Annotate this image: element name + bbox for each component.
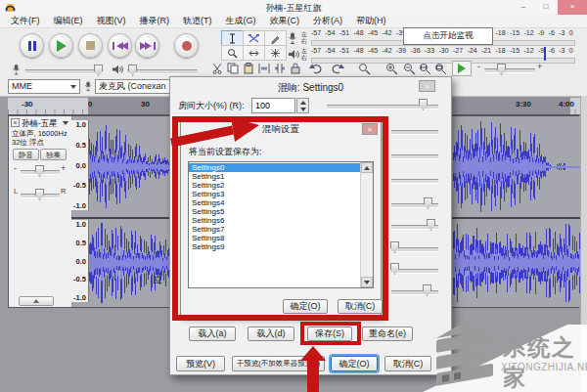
vertical-scale-ch1[interactable]: 1.00.50.0-0.5-1.0 — [71, 120, 89, 210]
menu-item[interactable]: 播录(R) — [133, 15, 177, 27]
track-close-button[interactable]: × — [11, 118, 20, 127]
multi-tool-button[interactable] — [264, 45, 287, 61]
input-device-value: 麦克风 (Conexan — [99, 81, 166, 91]
annotation-box-save — [300, 322, 361, 345]
load-d-button[interactable]: 载入(d) — [248, 327, 294, 341]
play-at-speed-icon — [458, 64, 466, 73]
db-tick-label: 0 — [569, 29, 573, 36]
gain-thumb[interactable] — [35, 165, 44, 177]
menu-item[interactable]: 编辑(E) — [47, 15, 90, 27]
track-menu-chevron-icon[interactable] — [63, 121, 68, 125]
copy-icon[interactable] — [227, 63, 239, 74]
cut-icon[interactable] — [211, 63, 223, 74]
spinner-down-icon — [300, 108, 306, 111]
scale-label: 1.0 — [76, 120, 86, 129]
db-tick-label: -30 — [439, 47, 449, 54]
zoom-in-icon[interactable] — [385, 63, 398, 75]
collapse-track-button[interactable] — [19, 296, 54, 306]
room-size-spinner[interactable] — [296, 98, 309, 113]
trim-icon[interactable] — [258, 63, 270, 74]
draw-tool-button[interactable] — [264, 30, 287, 46]
input-device-mic-icon — [84, 80, 93, 93]
db-tick-label: -54 — [326, 29, 336, 36]
ibeam-icon — [227, 33, 238, 44]
track-info-line2: 32位 浮点 — [12, 138, 44, 148]
sync-lock-icon[interactable] — [290, 63, 301, 74]
audacity-window: 孙楠-五星红旗 – □ × 文件(F)编辑(E)视图(V)播录(R)轨道(T)生… — [0, 0, 587, 392]
chevron-down-icon — [70, 85, 76, 89]
db-tick-label: -18 — [496, 47, 506, 54]
scale-label: 0.5 — [76, 239, 86, 247]
input-device-select[interactable]: 麦克风 (Conexan — [95, 79, 171, 94]
zoom-out-icon[interactable] — [403, 63, 416, 75]
vertical-scale-ch2[interactable]: 1.00.50.0-0.5-1.0 — [71, 220, 89, 302]
multi-tool-icon — [270, 48, 281, 59]
solo-button[interactable]: 独奏 — [40, 149, 67, 160]
timeshift-tool-button[interactable] — [243, 45, 265, 61]
skip-to-end-button[interactable] — [135, 33, 159, 58]
reverb-slider[interactable] — [391, 179, 438, 184]
reverb-slider[interactable] — [391, 154, 438, 159]
db-tick-label: -15 — [510, 29, 519, 36]
reverb-slider[interactable] — [391, 130, 438, 135]
record-meter-right-label: 右 — [301, 38, 307, 44]
redo-icon[interactable] — [331, 63, 344, 74]
skip-to-start-button[interactable] — [108, 33, 132, 58]
track-control-panel: × 孙楠-五星 立体声, 16000Hz 32位 浮点 静音 独奏 - + L … — [9, 116, 72, 307]
selection-tool-button[interactable] — [221, 30, 244, 46]
zoom-normal-icon[interactable] — [358, 63, 371, 75]
pan-thumb[interactable] — [35, 189, 44, 200]
mixer-speaker-icon — [112, 64, 123, 75]
pause-button[interactable] — [20, 33, 44, 58]
db-tick-label: -48 — [354, 29, 364, 36]
playback-meter-scale: -57-54-51-48-45-42-39-36-33-30-27-24-21-… — [311, 47, 573, 54]
audio-host-select[interactable]: MME — [8, 79, 80, 94]
mute-button[interactable]: 静音 — [13, 149, 39, 160]
menu-item[interactable]: 轨道(T) — [176, 15, 219, 27]
fit-project-icon[interactable] — [434, 63, 447, 75]
menu-item[interactable]: 帮助(H) — [349, 15, 393, 27]
minimize-button[interactable]: – — [513, 0, 534, 15]
db-tick-label: -6 — [549, 47, 555, 54]
play-at-speed-button[interactable] — [452, 61, 472, 76]
rename-button[interactable]: 重命名(e) — [362, 327, 413, 341]
db-tick-label: -42 — [383, 29, 392, 36]
record-volume-slider[interactable] — [25, 69, 98, 74]
preview-button[interactable]: 预览(V) — [176, 356, 225, 371]
record-button[interactable] — [174, 33, 199, 58]
menu-item[interactable]: 分析(A) — [306, 15, 349, 27]
ok-button[interactable]: 确定(O) — [331, 356, 378, 371]
close-button[interactable]: × — [558, 0, 587, 15]
speed-plus-label: + — [537, 62, 542, 71]
playback-volume-slider[interactable] — [127, 69, 198, 74]
paste-icon[interactable] — [243, 63, 254, 74]
pan-right-label: R — [61, 187, 66, 196]
window-title: 孙楠-五星红旗 — [0, 2, 587, 15]
envelope-tool-button[interactable] — [243, 30, 265, 46]
load-a-button[interactable]: 载入(a) — [189, 327, 236, 341]
playback-meter-speaker-icon[interactable] — [288, 49, 299, 60]
menu-item[interactable]: 文件(F) — [4, 15, 47, 27]
undo-icon[interactable] — [309, 63, 323, 74]
reverb-dialog-close-button[interactable]: × — [419, 80, 435, 92]
menu-item[interactable]: 视图(V) — [90, 15, 133, 27]
menu-item[interactable]: 生成(G) — [219, 15, 263, 27]
zoom-tool-button[interactable] — [221, 45, 244, 61]
room-size-input[interactable] — [251, 98, 295, 113]
play-speed-slider[interactable] — [484, 68, 535, 73]
maximize-button[interactable]: □ — [535, 0, 557, 15]
monitor-tooltip: 点击开始监视 — [403, 27, 493, 45]
scale-label: 0.0 — [76, 257, 86, 266]
stop-button[interactable] — [78, 33, 103, 58]
fit-selection-icon[interactable] — [419, 63, 431, 75]
play-button[interactable] — [49, 33, 73, 58]
scale-label: -1.0 — [73, 201, 86, 210]
watermark-logo-icon — [430, 326, 501, 390]
speed-minus-label: - — [477, 62, 480, 71]
menu-item[interactable]: 效果(C) — [263, 15, 307, 27]
db-tick-label: -39 — [396, 47, 406, 54]
pan-left-label: L — [14, 187, 18, 196]
silence-icon[interactable] — [274, 63, 286, 74]
record-meter-mic-icon[interactable] — [288, 32, 298, 45]
ruler-tick-label: 30 — [141, 100, 150, 109]
